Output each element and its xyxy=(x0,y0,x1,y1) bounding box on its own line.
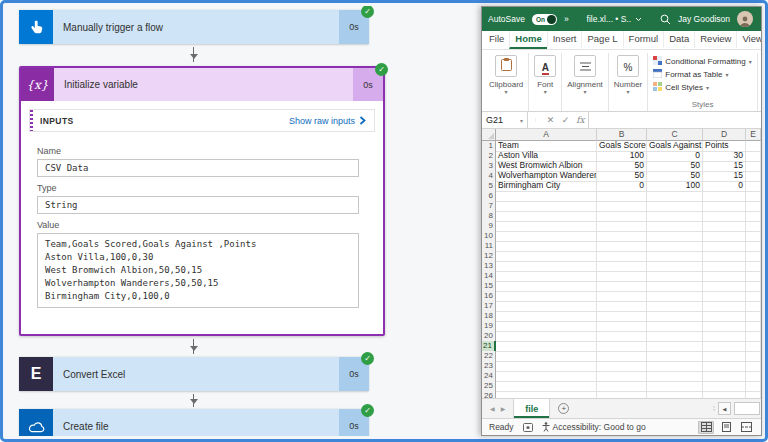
value-field[interactable]: Team,Goals Scored,Goals Against ,Points … xyxy=(37,233,359,308)
sheet-nav-arrows[interactable]: ◀▶ xyxy=(482,399,513,418)
styles-group: Conditional Formatting▾Format as Table▾C… xyxy=(648,53,758,111)
flow-step-initialize-variable[interactable]: {x} Initialize variable 0s ✓ INPUTS Show… xyxy=(19,66,385,336)
screenshot-frame: Manually trigger a flow 0s ✓ {x} Initial… xyxy=(0,0,768,442)
success-check-icon: ✓ xyxy=(361,404,374,417)
row-header-26[interactable]: 26 xyxy=(482,391,496,398)
type-field[interactable]: String xyxy=(37,196,359,214)
search-icon[interactable] xyxy=(660,14,671,25)
prev-sheet-icon[interactable]: ◀ xyxy=(490,405,495,412)
font-group-button[interactable]: A xyxy=(534,55,556,77)
show-raw-inputs-link[interactable]: Show raw inputs xyxy=(289,116,366,126)
formula-input[interactable] xyxy=(588,112,761,128)
macro-record-icon[interactable] xyxy=(523,423,533,432)
name-box[interactable]: G21 ▾ xyxy=(482,112,528,128)
view-shortcuts xyxy=(698,421,754,434)
scrollbar-grip-dots: ⁞ xyxy=(713,405,715,412)
column-header-D[interactable]: D xyxy=(703,129,746,141)
sheet-row-21: 21 xyxy=(482,341,761,351)
accessibility-person-icon xyxy=(542,422,550,432)
chevron-down-icon: ▾ xyxy=(706,85,709,91)
chevron-down-icon: ▾ xyxy=(505,89,508,95)
conditional-formatting-button[interactable]: Conditional Formatting▾ xyxy=(653,55,752,68)
cells-group: Cells ▾ xyxy=(758,53,761,111)
initialize-variable-header[interactable]: {x} Initialize variable 0s xyxy=(21,68,383,101)
sheet-row-11: 11 xyxy=(482,241,761,251)
sheet-row-20: 20 xyxy=(482,331,761,341)
quick-access-overflow[interactable]: » xyxy=(564,14,569,24)
value-field-label: Value xyxy=(37,220,359,230)
font-icon: A xyxy=(542,57,549,75)
insert-function-icon[interactable]: fx xyxy=(573,112,588,128)
scroll-track[interactable] xyxy=(734,402,760,415)
page-break-view-icon[interactable] xyxy=(738,421,754,434)
chevron-down-icon: ▾ xyxy=(749,59,752,65)
clipboard-group-button[interactable] xyxy=(495,55,517,77)
cell-A26[interactable] xyxy=(496,391,597,398)
user-avatar[interactable] xyxy=(737,11,753,27)
column-header-C[interactable]: C xyxy=(647,129,703,141)
tab-review[interactable]: Review xyxy=(694,31,736,49)
chevron-right-icon xyxy=(359,116,366,125)
tab-insert[interactable]: Insert xyxy=(547,31,582,49)
sheet-row-4: 4Wolverhampton Wanderers505015 xyxy=(482,171,761,181)
accessibility-status[interactable]: Accessibility: Good to go xyxy=(542,422,646,432)
number-group-button[interactable]: % xyxy=(617,55,639,77)
number-group-name: Number xyxy=(614,80,642,89)
sheet-row-23: 23 xyxy=(482,361,761,371)
clipboard-icon xyxy=(501,57,512,75)
cell-E26[interactable] xyxy=(746,391,761,398)
tab-file[interactable]: File xyxy=(484,31,509,49)
tab-home[interactable]: Home xyxy=(509,31,546,49)
page-layout-view-icon[interactable] xyxy=(718,421,734,434)
success-check-icon: ✓ xyxy=(375,63,388,76)
format-as-table-icon xyxy=(653,69,662,80)
sheet-row-19: 19 xyxy=(482,321,761,331)
cell-styles-button[interactable]: Cell Styles▾ xyxy=(653,81,752,94)
sheet-row-22: 22 xyxy=(482,351,761,361)
flow-step-create-file[interactable]: Create file 0s ✓ xyxy=(19,409,369,436)
format-as-table-button[interactable]: Format as Table▾ xyxy=(653,68,752,81)
tab-page-l[interactable]: Page L xyxy=(581,31,622,49)
scroll-left-icon[interactable]: ◀ xyxy=(718,402,731,415)
sheet-row-17: 17 xyxy=(482,301,761,311)
tab-view[interactable]: View xyxy=(736,31,761,49)
sheet-row-1: 1TeamGoals ScoredGoals AgainstPoints xyxy=(482,141,761,151)
document-title[interactable]: file.xl... • S.. xyxy=(587,14,643,24)
add-sheet-button[interactable]: + xyxy=(550,399,577,418)
sheet-row-13: 13 xyxy=(482,261,761,271)
ready-status: Ready xyxy=(489,422,514,432)
cell-C26[interactable] xyxy=(647,391,703,398)
sheet-row-9: 9 xyxy=(482,221,761,231)
number-icon: % xyxy=(624,57,633,75)
column-header-B[interactable]: B xyxy=(597,129,647,141)
name-field[interactable]: CSV Data xyxy=(37,159,359,177)
excel-title-bar: AutoSave On » file.xl... • S.. Jay Goodi… xyxy=(482,7,761,31)
horizontal-scrollbar[interactable]: ⁞ ◀ xyxy=(713,399,761,418)
normal-view-icon[interactable] xyxy=(698,421,714,434)
column-header-A[interactable]: A xyxy=(496,129,597,141)
flow-connector-arrow xyxy=(193,339,194,354)
alignment-group-button[interactable] xyxy=(574,55,596,77)
flow-step-convert-excel[interactable]: E Convert Excel 0s ✓ xyxy=(19,357,369,391)
tab-data[interactable]: Data xyxy=(663,31,694,49)
show-raw-inputs-label: Show raw inputs xyxy=(289,116,355,126)
formula-bar: G21 ▾ ⁞ ✕ ✓ fx xyxy=(482,112,761,129)
column-header-E[interactable]: E xyxy=(746,129,761,141)
autosave-toggle[interactable]: On xyxy=(532,14,557,25)
sheet-row-6: 6 xyxy=(482,191,761,201)
tab-formul[interactable]: Formul xyxy=(623,31,664,49)
user-name[interactable]: Jay Goodison xyxy=(678,14,730,24)
enter-check-icon[interactable]: ✓ xyxy=(558,112,573,128)
ribbon: Clipboard▾AFont▾Alignment▾%Number▾ Condi… xyxy=(482,50,761,112)
next-sheet-icon[interactable]: ▶ xyxy=(501,405,506,412)
chevron-down-icon: ▾ xyxy=(726,72,729,78)
cell-D26[interactable] xyxy=(703,391,746,398)
cell-B26[interactable] xyxy=(597,391,647,398)
flow-step-manual-trigger[interactable]: Manually trigger a flow 0s ✓ xyxy=(19,10,369,44)
select-all-corner[interactable] xyxy=(482,129,496,141)
inputs-label: INPUTS xyxy=(40,116,74,126)
name-box-value: G21 xyxy=(486,115,520,125)
sheet-tab-file[interactable]: file xyxy=(513,399,550,418)
plus-icon: + xyxy=(558,403,569,414)
cancel-icon[interactable]: ✕ xyxy=(543,112,558,128)
